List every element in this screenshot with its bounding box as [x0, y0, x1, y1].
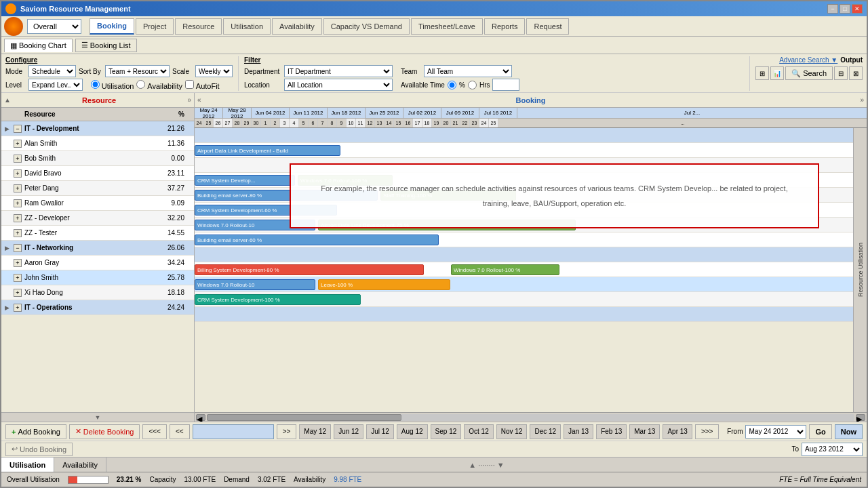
quick-date-jun12[interactable]: Jun 12	[334, 424, 363, 439]
nav-resource[interactable]: Resource	[175, 18, 222, 35]
add-booking-button[interactable]: + Add Booking	[5, 424, 66, 439]
resource-zz-developer[interactable]: + ZZ - Developer 32.20	[1, 211, 194, 226]
quick-date-sep12[interactable]: Sep 12	[431, 424, 462, 439]
nav-booking[interactable]: Booking	[90, 18, 134, 35]
output-icon-btn-4[interactable]: ⊠	[849, 66, 863, 80]
expand-zztester-btn[interactable]: +	[14, 229, 22, 237]
h-scrollbar[interactable]: ◀ ▶	[195, 412, 867, 422]
location-select[interactable]: All Location	[284, 79, 393, 91]
from-date-select[interactable]: May 24 2012	[745, 425, 806, 439]
quick-date-jan13[interactable]: Jan 13	[564, 424, 593, 439]
expand-xi-btn[interactable]: +	[14, 289, 22, 297]
scroll-left-btn[interactable]: ◀	[196, 414, 205, 421]
mode-select[interactable]: Schedule	[28, 65, 76, 77]
bar-aaron-windows[interactable]: Windows 7.0 Rollout-100 %	[451, 264, 559, 275]
collapse-g1-btn[interactable]: −	[14, 125, 22, 133]
output-icon-btn-3[interactable]: ⊟	[834, 66, 848, 80]
sort-select[interactable]: Team + Resource	[105, 65, 170, 77]
maximize-button[interactable]: □	[840, 4, 850, 14]
quick-date-nov12[interactable]: Nov 12	[496, 424, 528, 439]
gantt-row-aaron[interactable]: Billing System Development-80 % Windows …	[195, 262, 853, 277]
quick-date-mar13[interactable]: Mar 13	[629, 424, 660, 439]
expand-g3-btn[interactable]: +	[14, 304, 22, 312]
undo-booking-button[interactable]: ↩ Undo Booking	[5, 443, 73, 456]
autofit-checkbox[interactable]	[185, 80, 194, 89]
quick-date-feb13[interactable]: Feb 13	[596, 424, 627, 439]
nav-utilisation[interactable]: Utilisation	[223, 18, 271, 35]
booking-collapse-left[interactable]: «	[197, 96, 201, 104]
resource-ram-gwalior[interactable]: + Ram Gwalior 9.09	[1, 196, 194, 211]
nav-next-next-button[interactable]: >>>	[695, 424, 719, 439]
now-button[interactable]: Now	[835, 424, 863, 439]
delete-booking-button[interactable]: ✕ Delete Booking	[69, 424, 140, 439]
go-button[interactable]: Go	[809, 424, 831, 439]
bar-alan-airport[interactable]: Airport Data Link Development - Build	[195, 145, 340, 156]
gantt-row-zztester[interactable]: Building email server-60 %	[195, 232, 853, 247]
expand-alan-btn[interactable]: +	[14, 140, 22, 148]
resource-bob-smith[interactable]: + Bob Smith 0.00	[1, 151, 194, 166]
nav-reports[interactable]: Reports	[484, 18, 526, 35]
to-date-select[interactable]: Aug 23 2012	[802, 443, 863, 456]
output-icon-btn-1[interactable]: ⊞	[755, 66, 769, 80]
scroll-right-btn[interactable]: ▶	[856, 414, 865, 421]
booking-collapse-right[interactable]: »	[860, 96, 864, 104]
resource-scroll-down[interactable]: ▼	[1, 412, 194, 422]
gantt-row-alan[interactable]: Airport Data Link Development - Build	[195, 143, 853, 158]
expand-aaron-btn[interactable]: +	[14, 259, 22, 267]
nav-timesheet[interactable]: Timesheet/Leave	[411, 18, 483, 35]
resource-john-smith[interactable]: + John Smith 25.78	[1, 270, 194, 285]
hrs-radio[interactable]	[468, 81, 477, 89]
quick-date-apr13[interactable]: Apr 13	[663, 424, 692, 439]
bar-john-windows[interactable]: Windows 7.0 Rollout-10	[195, 279, 315, 290]
team-select[interactable]: All Team	[424, 65, 512, 77]
resource-xi-hao-dong[interactable]: + Xi Hao Dong 18.18	[1, 285, 194, 300]
footer-expand-area[interactable]: ▲ ········ ▼	[106, 461, 867, 469]
scroll-track[interactable]	[207, 414, 854, 421]
output-icon-btn-2[interactable]: 📊	[770, 66, 784, 80]
nav-next-button[interactable]: >>	[277, 424, 297, 439]
resource-david-bravo[interactable]: + David Bravo 23.11	[1, 166, 194, 181]
expand-john-btn[interactable]: +	[14, 274, 22, 282]
collapse-g2-btn[interactable]: −	[14, 244, 22, 252]
resource-peter-dang[interactable]: + Peter Dang 37.27	[1, 181, 194, 196]
hrs-input[interactable]	[492, 79, 519, 91]
bar-david-crm[interactable]: CRM System Develop...	[195, 175, 295, 186]
nav-prev-prev-button[interactable]: <<<	[142, 424, 167, 439]
footer-tab-utilisation[interactable]: Utilisation	[1, 458, 54, 472]
group-it-development[interactable]: ▶ − IT - Development 21.26	[1, 121, 194, 136]
footer-tab-availability[interactable]: Availability	[54, 458, 106, 472]
dept-select[interactable]: IT Department	[284, 65, 393, 77]
advance-search-link[interactable]: Advance Search ▼	[779, 56, 837, 64]
quick-date-aug12[interactable]: Aug 12	[397, 424, 428, 439]
nav-availability[interactable]: Availability	[272, 18, 322, 35]
quick-date-may12[interactable]: May 12	[299, 424, 331, 439]
bar-aaron-billing[interactable]: Billing System Development-80 %	[195, 264, 424, 275]
group-it-operations[interactable]: ▶ + IT - Operations 24.24	[1, 300, 194, 315]
bar-xi-crm[interactable]: CRM System Development-100 %	[195, 294, 361, 305]
expand-bob-btn[interactable]: +	[14, 155, 22, 163]
scroll-thumb[interactable]	[207, 414, 401, 421]
expand-peter-btn[interactable]: +	[14, 184, 22, 192]
nav-capacity[interactable]: Capacity VS Demand	[323, 18, 410, 35]
booking-chart-tab[interactable]: ▦ Booking Chart	[4, 39, 73, 52]
nav-prev-button[interactable]: <<	[170, 424, 190, 439]
resource-expand-icon[interactable]: »	[187, 96, 191, 104]
group-it-networking[interactable]: ▶ − IT - Networking 26.06	[1, 241, 194, 256]
nav-request[interactable]: Request	[526, 18, 569, 35]
resource-zz-tester[interactable]: + ZZ - Tester 14.55	[1, 226, 194, 241]
bar-john-leave[interactable]: Leave-100 %	[318, 279, 450, 290]
search-button[interactable]: 🔍 Search	[785, 66, 833, 80]
gantt-row-john[interactable]: Windows 7.0 Rollout-10 Leave-100 %	[195, 277, 853, 292]
resource-alan-smith[interactable]: + Alan Smith 11.36	[1, 136, 194, 151]
expand-david-btn[interactable]: +	[14, 169, 22, 178]
quick-date-dec12[interactable]: Dec 12	[530, 424, 561, 439]
scale-select[interactable]: Weekly	[195, 65, 233, 77]
bar-zztester-email[interactable]: Building email server-60 %	[195, 235, 439, 245]
expand-ram-btn[interactable]: +	[14, 199, 22, 207]
quick-date-jul12[interactable]: Jul 12	[366, 424, 394, 439]
resource-aaron-gray[interactable]: + Aaron Gray 34.24	[1, 256, 194, 270]
nav-project[interactable]: Project	[136, 18, 174, 35]
resource-scroll-up[interactable]: ▲	[4, 96, 11, 104]
availability-radio[interactable]	[136, 80, 145, 89]
utilisation-radio[interactable]	[91, 80, 100, 89]
